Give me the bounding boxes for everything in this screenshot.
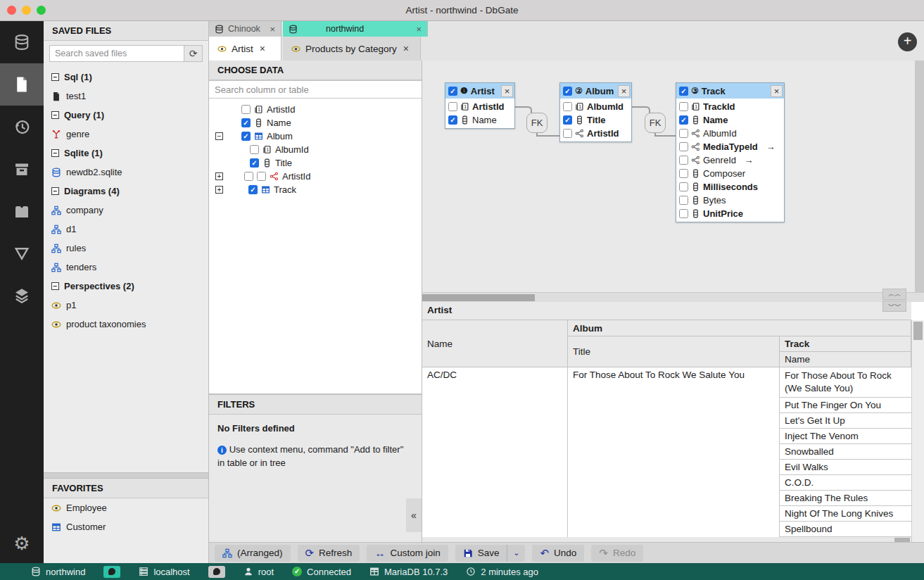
- close-tab-icon[interactable]: ×: [260, 43, 265, 54]
- scrollbar-thumb[interactable]: [913, 322, 923, 340]
- canvas-vertical-scrollbar[interactable]: [915, 61, 924, 292]
- choose-data-search-input[interactable]: [209, 80, 422, 99]
- save-dropdown-button[interactable]: ⌄: [507, 545, 525, 562]
- diagram-canvas[interactable]: ✓ ❶ Artist × ArtistId ✓Name FK ✓ ② Album…: [422, 61, 924, 292]
- cell-track[interactable]: Put The Finger On You: [780, 398, 911, 413]
- checkbox-unchecked[interactable]: [448, 102, 457, 111]
- refresh-button[interactable]: ⟳Refresh: [298, 545, 360, 562]
- collapse-expander-icon[interactable]: −: [215, 132, 223, 140]
- tree-category[interactable]: −Perspectives (2): [44, 277, 208, 296]
- rail-filter-icon[interactable]: [0, 232, 44, 275]
- column-row[interactable]: AlbumId: [209, 143, 422, 156]
- node-column-row[interactable]: TrackId: [679, 100, 781, 113]
- close-node-icon[interactable]: ×: [618, 85, 630, 97]
- foreign-key-row[interactable]: +ArtistId: [209, 170, 422, 183]
- checkbox-unchecked[interactable]: [257, 172, 266, 181]
- expand-expander-icon[interactable]: +: [215, 186, 223, 194]
- checkbox-unchecked[interactable]: [563, 129, 572, 138]
- column-row[interactable]: ✓Name: [209, 116, 422, 130]
- custom-join-button[interactable]: ↔Custom join: [367, 545, 448, 562]
- file-tab-products-by-category[interactable]: Products by Category ×: [283, 37, 421, 61]
- column-row[interactable]: ArtistId: [209, 103, 422, 116]
- status-connection[interactable]: ✓Connected: [292, 567, 351, 577]
- node-column-row[interactable]: ArtistId: [448, 100, 512, 113]
- node-column-row[interactable]: Bytes: [679, 194, 781, 207]
- node-column-row[interactable]: UnitPrice: [679, 207, 781, 220]
- status-host[interactable]: localhost: [139, 567, 189, 577]
- column-header-album-title[interactable]: Title: [568, 336, 780, 367]
- checkbox-checked[interactable]: ✓: [248, 185, 258, 194]
- canvas-horizontal-scrollbar[interactable]: [422, 292, 924, 302]
- tree-category[interactable]: −Diagrams (4): [44, 182, 208, 201]
- checkbox-checked[interactable]: ✓: [241, 132, 251, 141]
- tree-item[interactable]: product taxonomies: [44, 315, 208, 334]
- tree-category[interactable]: −Sql (1): [44, 68, 208, 87]
- settings-gear-icon[interactable]: ⚙: [0, 524, 44, 563]
- panel-splitter[interactable]: [44, 472, 208, 479]
- collapse-expander-icon[interactable]: −: [51, 187, 59, 195]
- expand-expander-icon[interactable]: +: [215, 172, 223, 180]
- cell-track[interactable]: Evil Walks: [780, 460, 911, 475]
- cell-track[interactable]: Night Of The Long Knives: [780, 506, 911, 522]
- cell-track[interactable]: C.O.D.: [780, 475, 911, 491]
- favorite-item[interactable]: Employee: [44, 498, 208, 517]
- tree-category[interactable]: −Sqlite (1): [44, 144, 208, 163]
- rail-archive-icon[interactable]: [0, 148, 44, 190]
- status-database[interactable]: northwind: [31, 567, 85, 577]
- checkbox-unchecked[interactable]: [679, 129, 688, 138]
- close-tab-icon[interactable]: ×: [270, 24, 275, 34]
- table-node-artist[interactable]: ✓ ❶ Artist × ArtistId ✓Name: [445, 82, 515, 129]
- checkbox-unchecked[interactable]: [679, 209, 688, 218]
- rail-database-icon[interactable]: [0, 21, 44, 63]
- arranged-button[interactable]: (Arranged): [215, 545, 291, 562]
- db-tab-chinook[interactable]: Chinook ×: [209, 21, 281, 37]
- cell-album-title[interactable]: For Those About To Rock We Salute You: [568, 367, 779, 382]
- node-column-row[interactable]: GenreId →: [679, 153, 781, 167]
- tree-item[interactable]: rules: [44, 239, 208, 258]
- cell-track[interactable]: Let's Get It Up: [780, 413, 911, 429]
- collapse-expander-icon[interactable]: −: [51, 149, 59, 157]
- rail-folder-icon[interactable]: [0, 190, 44, 232]
- checkbox-unchecked[interactable]: [241, 105, 251, 114]
- canvas-add-button[interactable]: +: [898, 32, 917, 51]
- column-header-artist-name[interactable]: Name: [422, 320, 568, 367]
- rail-layers-icon[interactable]: [0, 275, 44, 317]
- checkbox-unchecked[interactable]: [244, 172, 253, 181]
- checkbox-checked[interactable]: ✓: [250, 158, 259, 168]
- column-band-album[interactable]: Album: [568, 320, 911, 336]
- column-row[interactable]: ✓Title: [209, 156, 422, 170]
- file-tab-artist[interactable]: Artist ×: [209, 37, 281, 61]
- close-node-icon[interactable]: ×: [771, 85, 783, 97]
- node-column-row[interactable]: AlbumId: [563, 100, 628, 113]
- rail-history-icon[interactable]: [0, 106, 44, 148]
- checkbox-checked[interactable]: ✓: [448, 87, 457, 96]
- fk-join-label[interactable]: FK: [645, 113, 666, 133]
- table-row-album[interactable]: −✓Album: [209, 130, 422, 143]
- collapse-expander-icon[interactable]: −: [51, 111, 59, 119]
- checkbox-unchecked[interactable]: [679, 182, 688, 191]
- close-tab-icon[interactable]: ×: [403, 43, 409, 54]
- node-column-row[interactable]: AlbumId: [679, 127, 781, 140]
- close-tab-icon[interactable]: ×: [416, 24, 422, 34]
- checkbox-unchecked[interactable]: [679, 102, 688, 111]
- node-column-row[interactable]: ✓Name: [679, 113, 781, 127]
- checkbox-unchecked[interactable]: [250, 145, 259, 154]
- node-column-row[interactable]: Milliseconds: [679, 180, 781, 194]
- redo-button[interactable]: ↷Redo: [591, 545, 643, 562]
- refresh-files-icon[interactable]: ⟳: [184, 45, 203, 62]
- checkbox-checked[interactable]: ✓: [563, 87, 572, 96]
- cell-artist-name[interactable]: AC/DC: [422, 367, 567, 382]
- status-last-refresh[interactable]: 2 minutes ago: [466, 567, 538, 577]
- status-server-version[interactable]: MariaDB 10.7.3: [369, 567, 448, 577]
- collapse-up-button[interactable]: ︿︿: [882, 289, 906, 300]
- save-button[interactable]: Save: [455, 545, 507, 562]
- tree-category[interactable]: −Query (1): [44, 106, 208, 125]
- checkbox-unchecked[interactable]: [679, 156, 688, 165]
- checkbox-checked[interactable]: ✓: [241, 118, 251, 127]
- tree-item[interactable]: genre: [44, 125, 208, 144]
- collapse-down-button[interactable]: ﹀﹀: [882, 301, 906, 312]
- cell-track[interactable]: Spellbound: [780, 522, 911, 537]
- checkbox-unchecked[interactable]: [679, 196, 688, 205]
- cell-track[interactable]: Snowballed: [780, 444, 911, 460]
- cell-track[interactable]: Breaking The Rules: [780, 491, 911, 506]
